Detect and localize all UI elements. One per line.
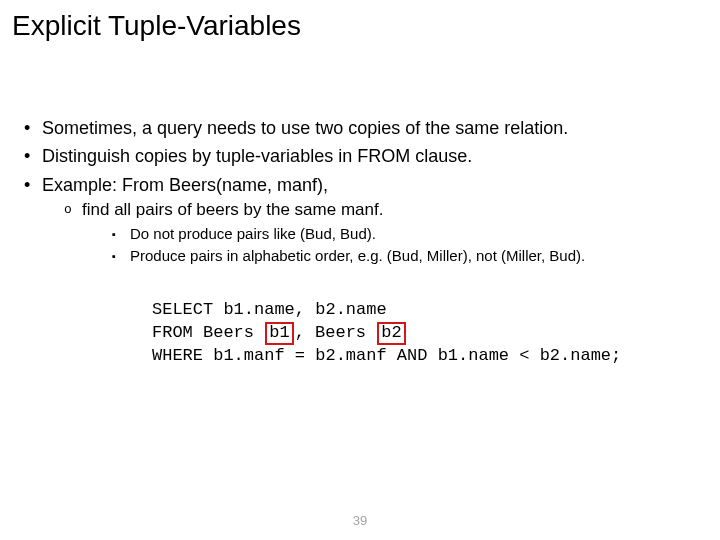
slide-title: Explicit Tuple-Variables bbox=[0, 0, 720, 42]
bullet-item: Produce pairs in alphabetic order, e.g. … bbox=[112, 246, 696, 266]
bullet-list-level2: find all pairs of beers by the same manf… bbox=[42, 199, 696, 368]
bullet-text: Example: From Beers(name, manf), bbox=[42, 175, 328, 195]
bullet-item: Distinguish copies by tuple-variables in… bbox=[24, 144, 696, 168]
code-line: SELECT b1.name, b2.name bbox=[152, 300, 387, 319]
bullet-list-level3: Do not produce pairs like (Bud, Bud). Pr… bbox=[82, 224, 696, 267]
sql-code-block: SELECT b1.name, b2.name FROM Beers b1, B… bbox=[152, 276, 696, 368]
bullet-item: Example: From Beers(name, manf), find al… bbox=[24, 173, 696, 368]
highlight-b1: b1 bbox=[265, 322, 293, 345]
bullet-item: find all pairs of beers by the same manf… bbox=[64, 199, 696, 368]
slide-body: Sometimes, a query needs to use two copi… bbox=[0, 42, 720, 368]
code-line-part: FROM Beers bbox=[152, 323, 264, 342]
code-line: WHERE b1.manf = b2.manf AND b1.name < b2… bbox=[152, 346, 621, 365]
highlight-b2: b2 bbox=[377, 322, 405, 345]
code-line-part: , Beers bbox=[295, 323, 377, 342]
bullet-text: find all pairs of beers by the same manf… bbox=[82, 200, 383, 219]
page-number: 39 bbox=[0, 513, 720, 528]
bullet-item: Do not produce pairs like (Bud, Bud). bbox=[112, 224, 696, 244]
bullet-list-level1: Sometimes, a query needs to use two copi… bbox=[24, 116, 696, 368]
bullet-item: Sometimes, a query needs to use two copi… bbox=[24, 116, 696, 140]
